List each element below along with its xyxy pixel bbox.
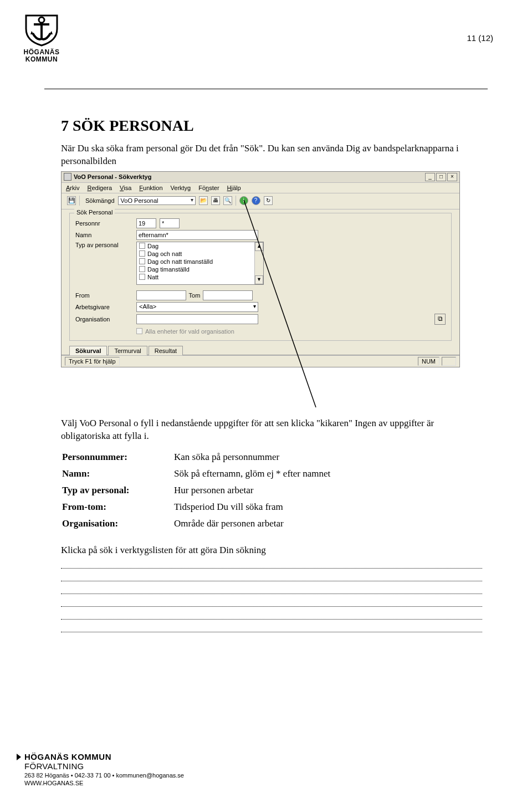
toolbar: 💾 Sökmängd VoO Personal 📂 🖶 🔍 i ? ↻ [62, 193, 459, 209]
status-num: NUM [418, 357, 439, 366]
menu-redigera[interactable]: Redigera [87, 185, 112, 191]
personnr-label: Personnr [75, 220, 136, 227]
dotted-line [61, 594, 482, 594]
checkbox-icon[interactable] [139, 274, 145, 280]
tab-termurval[interactable]: Termurval [108, 346, 147, 355]
tabs: Sökurval Termurval Resultat [62, 344, 459, 355]
help-icon[interactable]: ? [252, 196, 260, 205]
table-row: Typ av personal:Hur personen arbetar [62, 483, 481, 498]
def-key: Personnummer: [62, 449, 173, 465]
personnr-input-1[interactable] [136, 218, 156, 228]
organisation-label: Organisation [75, 316, 136, 323]
dotted-line [61, 632, 482, 632]
heading: 7 SÖK PERSONAL [61, 117, 482, 135]
list-item: Natt [137, 273, 263, 281]
namn-label: Namn [75, 232, 136, 238]
typ-label: Typ av personal [75, 242, 136, 248]
listbox-scrollbar[interactable]: ▲ ▼ [254, 242, 263, 284]
def-val: Sök på efternamn, glöm ej * efter namnet [174, 466, 481, 482]
dotted-line [61, 606, 482, 607]
table-row: Personnummer:Kan söka på personnummer [62, 449, 481, 465]
info-icon[interactable]: i [239, 196, 248, 205]
footer-url: WWW.HOGANAS.SE [24, 780, 493, 786]
checkbox-icon[interactable] [139, 266, 145, 272]
arbetsgivare-select[interactable]: <Alla> [136, 302, 258, 312]
page-number: 11 (12) [467, 33, 493, 43]
sokmangd-select[interactable]: VoO Personal [118, 196, 196, 205]
scroll-down-icon[interactable]: ▼ [255, 275, 263, 284]
toolbar-sep [79, 196, 80, 206]
arbetsgivare-label: Arbetsgivare [75, 304, 136, 310]
menu-arkiv[interactable]: Arkiv [66, 185, 79, 191]
tab-resultat[interactable]: Resultat [149, 346, 183, 355]
search-icon[interactable]: 🔍 [223, 196, 232, 205]
anchor-shield-icon [24, 11, 59, 47]
toolbar-sep-2 [236, 196, 236, 206]
scroll-up-icon[interactable]: ▲ [255, 242, 263, 251]
paragraph-2: Välj VoO Personal o fyll i nedanstående … [61, 417, 482, 443]
all-units-row: Alla enheter för vald organisation [136, 328, 446, 335]
close-button[interactable]: × [447, 173, 457, 181]
app-window: VoO Personal - Sökverktyg _ □ × Arkiv Re… [61, 171, 460, 367]
status-grip [442, 357, 456, 366]
list-item: Dag [137, 242, 263, 250]
minimize-button[interactable]: _ [425, 173, 435, 181]
print-icon[interactable]: 🖶 [211, 196, 220, 205]
footer-org: HÖGANÄS KOMMUN [24, 752, 111, 761]
intro-paragraph: När Du ska söka fram personal gör Du det… [61, 142, 482, 168]
maximize-button[interactable]: □ [436, 173, 446, 181]
menu-fonster[interactable]: Fönster [198, 185, 219, 191]
table-row: Organisation:Område där personen arbetar [62, 516, 481, 531]
organisation-input[interactable] [136, 314, 258, 324]
status-left: Tryck F1 för hjälp [65, 357, 120, 366]
menu-verktyg[interactable]: Verktyg [171, 185, 191, 191]
footer-contact: 263 82 Höganäs • 042-33 71 00 • kommunen… [24, 772, 493, 779]
def-val: Område där personen arbetar [174, 516, 481, 531]
def-key: From-tom: [62, 499, 173, 515]
personnr-input-2[interactable] [160, 218, 180, 228]
table-row: From-tom:Tidsperiod Du vill söka fram [62, 499, 481, 515]
logo-block: HÖGANÄS KOMMUN [17, 11, 66, 63]
tom-input[interactable] [203, 290, 253, 300]
table-row: Namn:Sök på efternamn, glöm ej * efter n… [62, 466, 481, 482]
dotted-line [61, 619, 482, 620]
checkbox-icon[interactable] [139, 250, 145, 257]
dotted-line [61, 568, 482, 569]
namn-input[interactable] [136, 230, 258, 240]
definitions-table: Personnummer:Kan söka på personnummer Na… [61, 448, 482, 533]
menu-visa[interactable]: Visa [120, 185, 131, 191]
statusbar: Tryck F1 för hjälp NUM [62, 355, 459, 367]
menubar: Arkiv Redigera Visa Funktion Verktyg Fön… [62, 183, 459, 193]
tab-sokurval[interactable]: Sökurval [69, 346, 107, 355]
toolbar-label: Sökmängd [85, 197, 115, 204]
open-icon[interactable]: 📂 [199, 196, 208, 205]
instruction: Klicka på sök i verktygslisten för att g… [61, 545, 482, 556]
triangle-bullet-icon [17, 754, 21, 760]
content: 7 SÖK PERSONAL När Du ska söka fram pers… [44, 117, 488, 632]
checkbox-icon[interactable] [139, 258, 145, 264]
org-tree-button[interactable]: ⧉ [434, 314, 446, 325]
footer-dept: FÖRVALTNING [24, 761, 493, 771]
footer: HÖGANÄS KOMMUN FÖRVALTNING 263 82 Höganä… [17, 752, 493, 786]
save-icon[interactable]: 💾 [67, 196, 76, 205]
fieldset-legend: Sök Personal [74, 209, 115, 216]
app-icon [64, 173, 71, 181]
list-item: Dag och natt timanställd [137, 258, 263, 265]
menu-hjalp[interactable]: Hjälp [227, 185, 241, 191]
from-label: From [75, 292, 136, 299]
checkbox-icon[interactable] [139, 243, 145, 249]
typ-listbox[interactable]: Dag Dag och natt Dag och natt timanställ… [136, 242, 264, 285]
tom-label: Tom [186, 292, 203, 299]
def-key: Typ av personal: [62, 483, 173, 498]
def-key: Namn: [62, 466, 173, 482]
menu-funktion[interactable]: Funktion [139, 185, 162, 191]
def-val: Tidsperiod Du vill söka fram [174, 499, 481, 515]
titlebar: VoO Personal - Sökverktyg _ □ × [62, 172, 459, 183]
all-units-label: Alla enheter för vald organisation [145, 328, 234, 335]
checkbox-disabled-icon [136, 328, 142, 334]
logo-text-2: KOMMUN [17, 56, 66, 63]
sok-personal-fieldset: Sök Personal Personnr Namn Typ [69, 213, 452, 341]
from-input[interactable] [136, 290, 186, 300]
reload-icon[interactable]: ↻ [264, 196, 273, 205]
divider-top [44, 89, 488, 89]
